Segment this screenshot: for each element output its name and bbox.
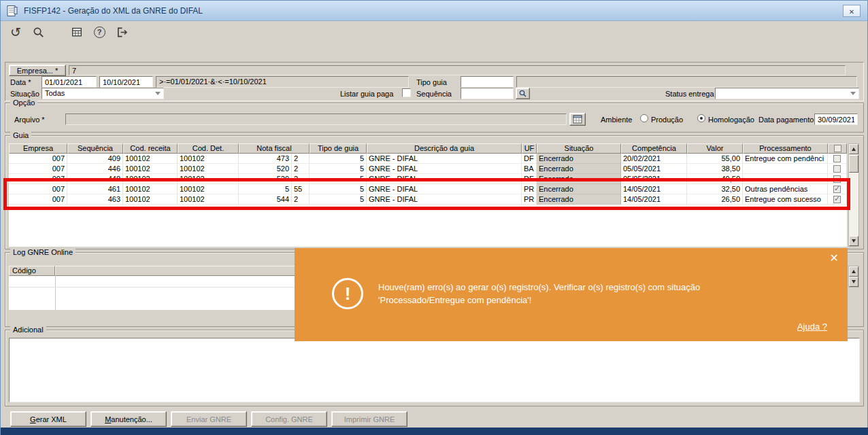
situacao-selected-value: Todas xyxy=(45,89,65,98)
arrow-up-icon xyxy=(852,270,856,273)
cell-cod_receita: 100102 xyxy=(123,164,178,174)
zoom-icon xyxy=(518,89,527,98)
opcao-legend: Opção xyxy=(10,99,37,107)
guia-legend: Guia xyxy=(10,131,31,139)
table-row[interactable]: 00744610010210010252025GNRE - DIFALBAEnc… xyxy=(9,164,847,174)
file-grid-icon xyxy=(573,115,582,124)
imprimir-gnre-button[interactable]: Imprimir GNRE xyxy=(331,411,407,427)
manutencao-button[interactable]: Manutenção... xyxy=(90,411,167,427)
row-checkbox[interactable] xyxy=(833,165,841,173)
homologacao-label: Homologação xyxy=(708,116,754,124)
cell-uf: BA xyxy=(522,164,537,174)
guia-col-competencia[interactable]: Competência xyxy=(621,143,687,154)
arquivo-field[interactable] xyxy=(65,114,567,125)
cell-select[interactable] xyxy=(828,164,847,174)
cell-competencia: 20/02/2021 xyxy=(621,154,687,164)
select-all-checkbox[interactable] xyxy=(834,145,841,152)
log-scrollbar[interactable] xyxy=(848,266,859,288)
cell-valor: 55,00 xyxy=(687,154,743,164)
data-label: Data * xyxy=(10,78,31,86)
empresa-value-field: 7 xyxy=(69,65,846,75)
cell-nota_fiscal: 4732 xyxy=(239,154,310,164)
search-icon[interactable] xyxy=(30,24,46,40)
guia-col-situacao[interactable]: Situação xyxy=(537,143,621,154)
help-icon[interactable]: ? xyxy=(91,24,107,40)
cell-cod_receita: 100102 xyxy=(123,154,178,164)
scroll-down-button[interactable] xyxy=(849,236,858,246)
guia-col-empresa[interactable]: Empresa xyxy=(9,143,67,154)
scroll-down-button[interactable] xyxy=(849,277,858,287)
homologacao-radio[interactable] xyxy=(697,114,705,122)
cell-sequencia: 446 xyxy=(67,164,123,174)
guia-header: EmpresaSequênciaCod. receitaCod. Det.Not… xyxy=(9,143,847,154)
guia-col-select[interactable] xyxy=(828,143,847,154)
cell-sequencia: 409 xyxy=(67,154,123,164)
table-row[interactable]: 00740910010210010247325GNRE - DIFALDFEnc… xyxy=(9,154,847,164)
arquivo-browse-button[interactable] xyxy=(569,113,586,126)
enviar-gnre-button[interactable]: Enviar GNRE xyxy=(171,411,247,427)
guia-col-valor[interactable]: Valor xyxy=(687,143,743,154)
tipo-guia-input[interactable] xyxy=(461,76,514,88)
toast-message-line1: Houve(ram) erro(s) ao gerar o(s) registr… xyxy=(378,281,814,294)
cell-serie: 2 xyxy=(291,164,309,173)
app-icon xyxy=(6,4,19,17)
guia-col-cod_receita[interactable]: Cod. receita xyxy=(123,143,178,154)
status-entrega-select[interactable] xyxy=(715,88,859,99)
cell-serie: 2 xyxy=(291,154,309,163)
log-column-divider xyxy=(55,276,56,310)
cell-empresa: 007 xyxy=(9,164,67,174)
producao-label: Produção xyxy=(651,116,683,124)
scroll-up-button[interactable] xyxy=(849,144,858,154)
sequencia-label: Sequência xyxy=(416,90,452,98)
toast-help-link[interactable]: Ajuda ? xyxy=(797,321,827,332)
guia-col-sequencia[interactable]: Sequência xyxy=(67,143,123,154)
cell-cod_det: 100102 xyxy=(178,164,239,174)
close-button[interactable] xyxy=(843,5,861,17)
cell-tipo_guia: 5 xyxy=(310,154,367,164)
undo-icon[interactable]: ↺ xyxy=(7,24,24,40)
empresa-button[interactable]: Empresa... * xyxy=(9,65,66,76)
exit-icon[interactable] xyxy=(114,24,130,40)
cell-select[interactable] xyxy=(828,154,847,164)
action-bar: Gerar XMLManutenção...Enviar GNREConfig.… xyxy=(10,411,407,427)
cell-nota-fiscal-num: 520 xyxy=(239,164,291,173)
guia-col-nota_fiscal[interactable]: Nota fiscal xyxy=(239,143,310,154)
adicional-textarea[interactable] xyxy=(9,338,860,402)
gerar-xml-button[interactable]: Gerar XML xyxy=(10,411,86,427)
data-range-expression: >·=01/01/2021·&·<·=10/10/2021 xyxy=(156,76,409,88)
app-window: FISFP142 - Geração do XML da GNRE do DIF… xyxy=(0,0,868,435)
chevron-down-icon xyxy=(155,92,161,95)
data-start-input[interactable] xyxy=(41,76,97,88)
listar-guia-paga-label: Listar guia paga xyxy=(340,90,393,98)
producao-radio[interactable] xyxy=(640,114,648,122)
data-end-input[interactable] xyxy=(99,76,153,88)
guia-col-processamento[interactable]: Processamento xyxy=(743,143,828,154)
situacao-select[interactable]: Todas xyxy=(41,88,164,99)
guia-col-cod_det[interactable]: Cod. Det. xyxy=(178,143,239,154)
toast-message: Houve(ram) erro(s) ao gerar o(s) registr… xyxy=(378,281,814,307)
row-checkbox[interactable] xyxy=(833,155,841,162)
sequencia-input[interactable] xyxy=(461,88,514,99)
cell-nota-fiscal-num: 473 xyxy=(239,154,291,163)
scrollbar-thumb[interactable] xyxy=(849,155,858,173)
toast-message-line2: 'Processado/Entregue com pendência'! xyxy=(378,294,814,307)
arrow-up-icon xyxy=(852,147,856,151)
log-codigo-header[interactable]: Código xyxy=(9,266,55,276)
tipo-guia-label: Tipo guia xyxy=(416,78,447,86)
data-pagamento-input[interactable] xyxy=(814,114,858,125)
sequencia-zoom-button[interactable] xyxy=(516,88,530,99)
guia-col-uf[interactable]: UF xyxy=(522,143,537,154)
arquivo-label: Arquivo * xyxy=(14,116,45,124)
toast-close-icon[interactable] xyxy=(830,251,839,264)
status-bar xyxy=(1,428,868,435)
guia-col-descricao[interactable]: Descrição da guia xyxy=(367,143,522,154)
config-gnre-button[interactable]: Config. GNRE xyxy=(251,411,327,427)
calendar-icon[interactable] xyxy=(69,24,85,40)
cell-nota_fiscal: 5202 xyxy=(239,164,310,174)
tipo-guia-range-field xyxy=(516,76,857,88)
listar-guia-paga-checkbox[interactable] xyxy=(402,88,411,97)
guia-col-tipo_guia[interactable]: Tipo de guia xyxy=(310,143,367,154)
scroll-up-button[interactable] xyxy=(849,266,858,277)
cell-processamento xyxy=(743,164,828,174)
cell-competencia: 05/05/2021 xyxy=(621,164,687,174)
